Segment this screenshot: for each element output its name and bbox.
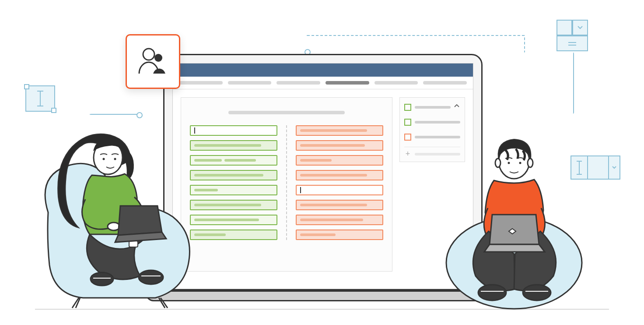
svg-point-4 bbox=[114, 158, 116, 160]
layer-item[interactable] bbox=[404, 102, 460, 113]
color-swatch-icon bbox=[404, 104, 411, 111]
list-item[interactable] bbox=[296, 215, 383, 225]
people-icon bbox=[136, 46, 169, 77]
tab[interactable] bbox=[423, 81, 467, 85]
layout-grid-widget-icon bbox=[556, 20, 588, 51]
svg-point-1 bbox=[154, 54, 162, 62]
svg-point-17 bbox=[523, 285, 551, 300]
list-item[interactable] bbox=[296, 200, 383, 210]
connector-line bbox=[90, 114, 140, 115]
list-item[interactable] bbox=[296, 155, 383, 166]
svg-point-14 bbox=[508, 162, 510, 164]
color-swatch-icon bbox=[404, 119, 411, 126]
svg-point-16 bbox=[478, 285, 506, 300]
list-item[interactable] bbox=[296, 185, 383, 195]
collaborators-card bbox=[126, 34, 180, 89]
window-header bbox=[173, 64, 473, 77]
svg-point-13 bbox=[528, 159, 533, 167]
tab-bar bbox=[173, 77, 473, 89]
editor-main bbox=[181, 97, 392, 272]
list-item[interactable] bbox=[296, 140, 383, 151]
tab[interactable] bbox=[228, 81, 272, 85]
connector-line bbox=[573, 53, 574, 114]
chevron-up-icon[interactable] bbox=[454, 104, 460, 110]
tab[interactable] bbox=[276, 81, 320, 85]
color-swatch-icon bbox=[404, 134, 411, 141]
tab[interactable] bbox=[179, 81, 223, 85]
text-selection-widget-icon bbox=[25, 85, 55, 112]
svg-point-0 bbox=[143, 49, 154, 60]
app-window: + bbox=[172, 63, 473, 289]
person-right-illustration bbox=[441, 136, 589, 311]
column-divider bbox=[286, 125, 287, 240]
svg-point-12 bbox=[495, 159, 500, 167]
list-item[interactable] bbox=[296, 170, 383, 180]
svg-point-8 bbox=[91, 272, 113, 286]
connector-line bbox=[306, 35, 525, 53]
right-column-orange bbox=[296, 125, 383, 240]
svg-point-7 bbox=[139, 270, 163, 284]
svg-point-15 bbox=[519, 162, 522, 164]
document-title-placeholder bbox=[228, 111, 344, 114]
person-left-illustration bbox=[42, 125, 203, 309]
list-item[interactable] bbox=[296, 125, 383, 136]
svg-point-3 bbox=[103, 158, 105, 160]
plus-icon: + bbox=[404, 151, 411, 158]
layer-item[interactable] bbox=[404, 117, 460, 127]
tab[interactable] bbox=[374, 81, 418, 85]
tab-active[interactable] bbox=[326, 81, 369, 85]
list-item[interactable] bbox=[296, 230, 383, 240]
